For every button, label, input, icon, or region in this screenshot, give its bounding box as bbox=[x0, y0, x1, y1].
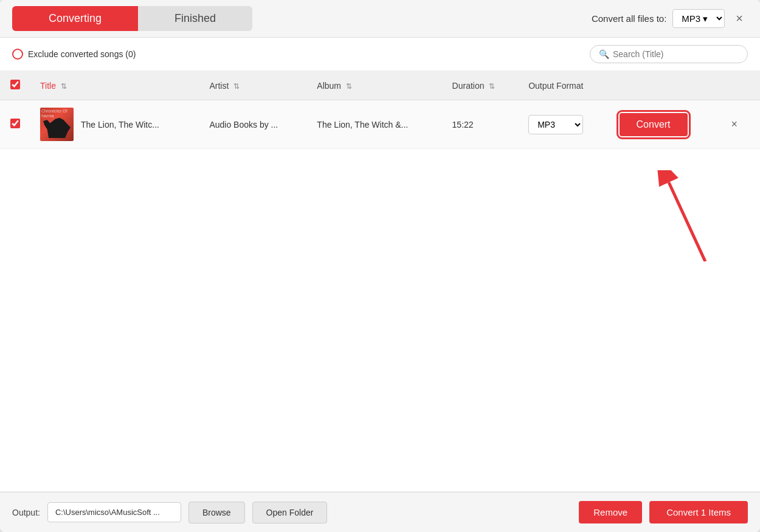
row-format-select[interactable]: MP3 AAC FLAC WAV bbox=[528, 115, 583, 134]
output-label: Output: bbox=[12, 508, 40, 517]
track-duration: 15:22 bbox=[443, 100, 519, 149]
row-delete-button[interactable]: × bbox=[726, 116, 742, 133]
toolbar: Exclude converted songs (0) 🔍 bbox=[0, 38, 760, 71]
output-path: C:\Users\micso\AMusicSoft ... bbox=[47, 502, 181, 522]
album-art-inner: Chronicles Of Narnia bbox=[40, 108, 74, 141]
search-box: 🔍 bbox=[590, 45, 748, 63]
row-checkbox[interactable] bbox=[10, 119, 20, 128]
tracks-table: Title ⇅ Artist ⇅ Album ⇅ Duration ⇅ bbox=[0, 71, 760, 149]
header-right: Convert all files to: MP3 ▾ × bbox=[592, 9, 748, 28]
table-row: Chronicles Of Narnia The Lion, The Witc.… bbox=[0, 100, 760, 149]
exclude-label: Exclude converted songs (0) bbox=[28, 49, 136, 59]
album-sort-icon[interactable]: ⇅ bbox=[346, 82, 352, 91]
open-folder-button[interactable]: Open Folder bbox=[252, 502, 328, 523]
exclude-radio[interactable] bbox=[12, 49, 23, 60]
horse-silhouette-icon bbox=[43, 117, 71, 138]
title-cell: Chronicles Of Narnia The Lion, The Witc.… bbox=[40, 108, 190, 141]
album-art-text: Chronicles Of Narnia bbox=[41, 109, 74, 119]
col-title-label: Title bbox=[40, 81, 56, 91]
col-duration-label: Duration bbox=[452, 81, 485, 91]
row-convert-button[interactable]: Convert bbox=[620, 113, 688, 136]
track-title: The Lion, The Witc... bbox=[81, 120, 159, 130]
exclude-row: Exclude converted songs (0) bbox=[12, 49, 136, 60]
footer: Output: C:\Users\micso\AMusicSoft ... Br… bbox=[0, 492, 760, 532]
select-all-checkbox[interactable] bbox=[10, 80, 20, 89]
search-icon: 🔍 bbox=[599, 49, 609, 59]
convert-items-button[interactable]: Convert 1 Items bbox=[649, 501, 748, 523]
remove-button[interactable]: Remove bbox=[579, 501, 642, 523]
col-format-label: Output Format bbox=[528, 81, 583, 91]
track-artist: Audio Books by ... bbox=[199, 100, 307, 149]
duration-sort-icon[interactable]: ⇅ bbox=[489, 82, 495, 91]
tab-group: Converting Finished bbox=[12, 6, 252, 31]
browse-button[interactable]: Browse bbox=[188, 502, 245, 523]
convert-all-label: Convert all files to: bbox=[592, 13, 666, 24]
col-artist-label: Artist bbox=[209, 81, 229, 91]
close-button[interactable]: × bbox=[731, 9, 748, 28]
header: Converting Finished Convert all files to… bbox=[0, 0, 760, 38]
app-window: Converting Finished Convert all files to… bbox=[0, 0, 760, 532]
artist-sort-icon[interactable]: ⇅ bbox=[233, 82, 240, 91]
search-input[interactable] bbox=[613, 49, 739, 59]
col-album-label: Album bbox=[317, 81, 341, 91]
tab-converting[interactable]: Converting bbox=[12, 6, 138, 31]
title-sort-icon[interactable]: ⇅ bbox=[61, 82, 67, 91]
format-select[interactable]: MP3 ▾ bbox=[672, 9, 725, 28]
album-art: Chronicles Of Narnia bbox=[40, 108, 74, 141]
table-container: Title ⇅ Artist ⇅ Album ⇅ Duration ⇅ bbox=[0, 71, 760, 492]
tab-finished[interactable]: Finished bbox=[138, 6, 252, 31]
track-album: The Lion, The Witch &... bbox=[307, 100, 442, 149]
